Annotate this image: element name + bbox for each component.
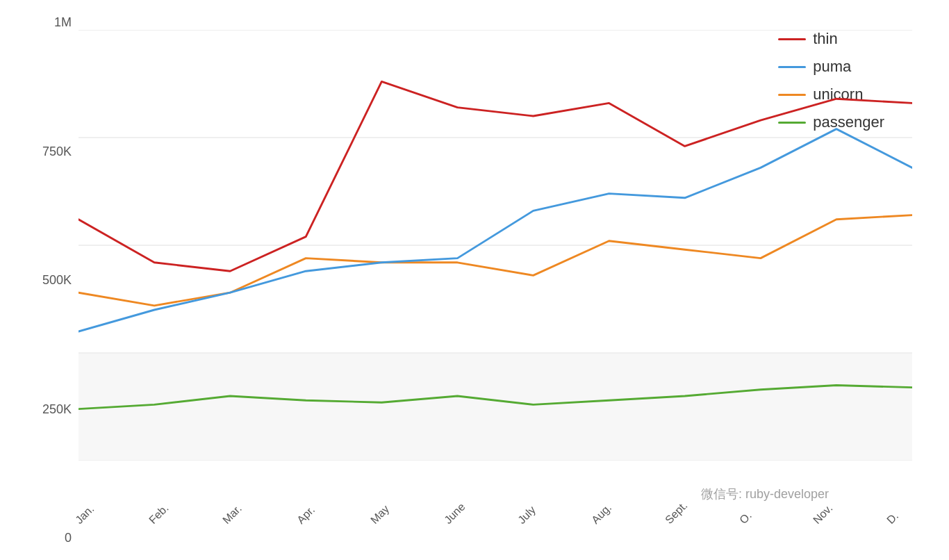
y-axis-label: 750K [42, 145, 72, 158]
y-axis-labels: 1M750K500K250K0 [23, 16, 79, 544]
y-axis-label: 1M [54, 16, 72, 28]
y-axis-label: 250K [42, 403, 72, 415]
x-axis-label: May [368, 498, 397, 527]
x-axis-label: Feb. [147, 498, 175, 527]
x-axis-label: June [442, 498, 470, 527]
x-axis-label: D. [884, 498, 913, 527]
svg-rect-5 [79, 353, 912, 461]
chart-container: thin puma unicorn passenger 1M750K500K25… [23, 16, 926, 544]
x-axis-labels: Jan.Feb.Mar.Apr.MayJuneJulyAug.Sept.O.No… [79, 518, 912, 530]
y-axis-label: 0 [65, 532, 72, 544]
chart-svg [79, 30, 912, 461]
y-axis-label: 500K [42, 274, 72, 286]
x-axis-label: Sept. [663, 498, 691, 527]
x-axis-label: Apr. [295, 498, 323, 527]
x-axis-label: Aug. [589, 498, 618, 527]
x-axis-label: July [515, 498, 544, 527]
x-axis-label: Mar. [220, 498, 249, 527]
watermark: 微信号: ruby-developer [701, 486, 829, 502]
